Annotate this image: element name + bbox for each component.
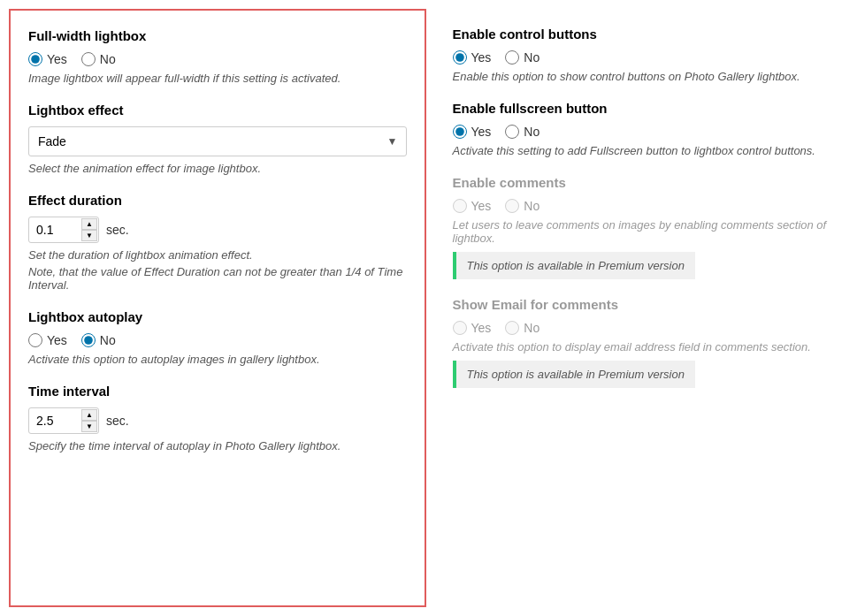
fullscreen-no-label[interactable]: No [505,125,539,139]
autoplay-yes-label[interactable]: Yes [28,333,67,347]
enable-control-buttons-section: Enable control buttons Yes No Enable thi… [453,27,831,83]
left-panel: Full-width lightbox Yes No Image lightbo… [9,9,426,607]
email-comments-description: Activate this option to display email ad… [453,340,831,354]
lightbox-effect-description: Select the animation effect for image li… [28,162,407,175]
fullwidth-yes-radio[interactable] [28,52,42,66]
lightbox-effect-select[interactable]: Fade Slide Zoom [28,126,407,156]
fullwidth-no-text: No [100,52,116,66]
time-interval-input-wrapper: ▲ ▼ [28,407,99,434]
fullwidth-no-label[interactable]: No [81,52,116,66]
control-no-text: No [524,50,539,65]
show-email-comments-title: Show Email for comments [453,297,831,312]
effect-duration-title: Effect duration [28,193,407,208]
effect-duration-input-wrapper: ▲ ▼ [28,217,99,243]
enable-comments-title: Enable comments [453,175,831,190]
comments-premium-text: This option is available in Premium vers… [467,259,685,272]
comments-no-radio [505,199,519,213]
show-email-comments-section: Show Email for comments Yes No Activate … [453,297,831,388]
comments-description: Let users to leave comments on images by… [453,218,831,245]
show-email-comments-radio-group: Yes No [453,321,831,335]
lightbox-autoplay-radio-group: Yes No [28,333,407,347]
fullscreen-yes-label[interactable]: Yes [453,125,492,139]
control-no-label[interactable]: No [505,50,539,65]
enable-comments-section: Enable comments Yes No Let users to leav… [453,175,831,279]
effect-duration-input-group: ▲ ▼ sec. [28,217,407,243]
lightbox-autoplay-title: Lightbox autoplay [28,309,407,324]
comments-no-label: No [505,199,539,213]
time-interval-unit: sec. [106,414,129,428]
email-comments-no-text: No [524,321,539,335]
time-interval-section: Time interval ▲ ▼ sec. Specify the time … [28,384,407,452]
fullwidth-description: Image lightbox will appear full-width if… [28,72,407,85]
autoplay-yes-text: Yes [47,333,67,347]
time-interval-title: Time interval [28,384,407,399]
lightbox-effect-title: Lightbox effect [28,103,407,118]
autoplay-no-label[interactable]: No [81,333,116,347]
lightbox-effect-section: Lightbox effect Fade Slide Zoom ▼ Select… [28,103,407,175]
effect-duration-spinners: ▲ ▼ [81,217,97,243]
control-yes-label[interactable]: Yes [453,50,492,65]
effect-duration-section: Effect duration ▲ ▼ sec. Set the duratio… [28,193,407,292]
fullwidth-lightbox-title: Full-width lightbox [28,28,407,43]
comments-no-text: No [524,199,539,213]
enable-fullscreen-title: Enable fullscreen button [453,101,831,116]
fullwidth-lightbox-radio-group: Yes No [28,52,407,66]
fullscreen-no-text: No [524,125,539,139]
autoplay-description: Activate this option to autoplay images … [28,353,407,366]
email-comments-no-label: No [505,321,539,335]
fullscreen-no-radio[interactable] [505,125,519,139]
email-comments-premium-text: This option is available in Premium vers… [467,368,685,381]
time-interval-spinners: ▲ ▼ [81,407,97,434]
fullwidth-no-radio[interactable] [81,52,96,66]
enable-control-buttons-title: Enable control buttons [453,27,831,42]
email-comments-yes-text: Yes [471,321,492,335]
fullwidth-yes-label[interactable]: Yes [28,52,67,66]
comments-yes-label: Yes [453,199,492,213]
effect-duration-description2: Note, that the value of Effect Duration … [28,265,407,292]
comments-premium-badge: This option is available in Premium vers… [453,252,695,279]
time-interval-description: Specify the time interval of autoplay in… [28,439,407,452]
right-panel: Enable control buttons Yes No Enable thi… [435,9,849,607]
control-yes-text: Yes [471,50,492,65]
time-interval-up-btn[interactable]: ▲ [81,409,97,421]
enable-fullscreen-section: Enable fullscreen button Yes No Activate… [453,101,831,157]
effect-duration-up-btn[interactable]: ▲ [81,218,97,230]
fullscreen-yes-radio[interactable] [453,125,467,139]
fullwidth-yes-text: Yes [47,52,67,66]
enable-fullscreen-radio-group: Yes No [453,125,831,139]
email-comments-yes-label: Yes [453,321,492,335]
comments-yes-radio [453,199,467,213]
autoplay-no-radio[interactable] [81,333,96,347]
email-comments-no-radio [505,321,519,335]
lightbox-effect-select-wrapper: Fade Slide Zoom ▼ [28,126,407,156]
autoplay-no-text: No [100,333,116,347]
effect-duration-down-btn[interactable]: ▼ [81,230,97,241]
effect-duration-description1: Set the duration of lightbox animation e… [28,248,407,262]
control-buttons-description: Enable this option to show control butto… [453,70,831,83]
control-no-radio[interactable] [505,50,519,65]
enable-comments-radio-group: Yes No [453,199,831,213]
comments-yes-text: Yes [471,199,492,213]
email-comments-premium-badge: This option is available in Premium vers… [453,361,695,388]
effect-duration-unit: sec. [106,223,129,237]
control-yes-radio[interactable] [453,50,467,65]
time-interval-input-group: ▲ ▼ sec. [28,407,407,434]
autoplay-yes-radio[interactable] [28,333,42,347]
fullscreen-description: Activate this setting to add Fullscreen … [453,144,831,157]
time-interval-down-btn[interactable]: ▼ [81,421,97,432]
email-comments-yes-radio [453,321,467,335]
lightbox-autoplay-section: Lightbox autoplay Yes No Activate this o… [28,309,407,366]
fullscreen-yes-text: Yes [471,125,492,139]
enable-control-buttons-radio-group: Yes No [453,50,831,65]
fullwidth-lightbox-section: Full-width lightbox Yes No Image lightbo… [28,28,407,85]
